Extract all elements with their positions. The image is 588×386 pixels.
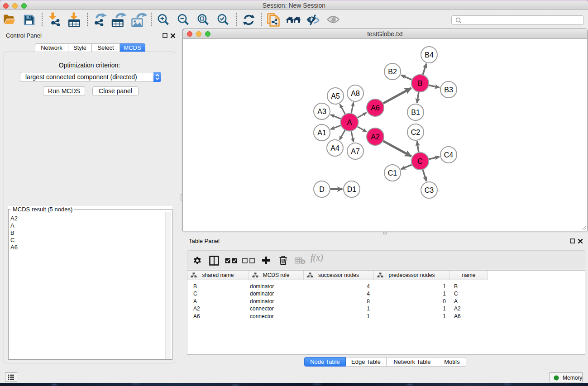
svg-text:C3: C3	[425, 186, 434, 194]
svg-text:C: C	[417, 157, 423, 165]
svg-text:B: B	[418, 80, 423, 87]
svg-text:A4: A4	[330, 144, 339, 152]
svg-text:A7: A7	[351, 148, 360, 155]
svg-text:D1: D1	[347, 186, 357, 193]
svg-text:A2: A2	[371, 133, 380, 141]
svg-text:A3: A3	[317, 108, 326, 115]
svg-text:C1: C1	[388, 169, 397, 177]
svg-text:A: A	[347, 119, 352, 126]
svg-text:A5: A5	[331, 92, 340, 100]
svg-text:C2: C2	[411, 129, 421, 136]
svg-text:A8: A8	[351, 90, 360, 97]
svg-text:B1: B1	[411, 109, 420, 116]
svg-text:B3: B3	[444, 86, 453, 94]
svg-text:A6: A6	[371, 104, 380, 112]
svg-text:C4: C4	[444, 151, 454, 159]
svg-text:D: D	[319, 186, 325, 193]
svg-text:A1: A1	[317, 129, 326, 137]
svg-text:B2: B2	[388, 68, 397, 76]
svg-text:B4: B4	[425, 51, 434, 59]
